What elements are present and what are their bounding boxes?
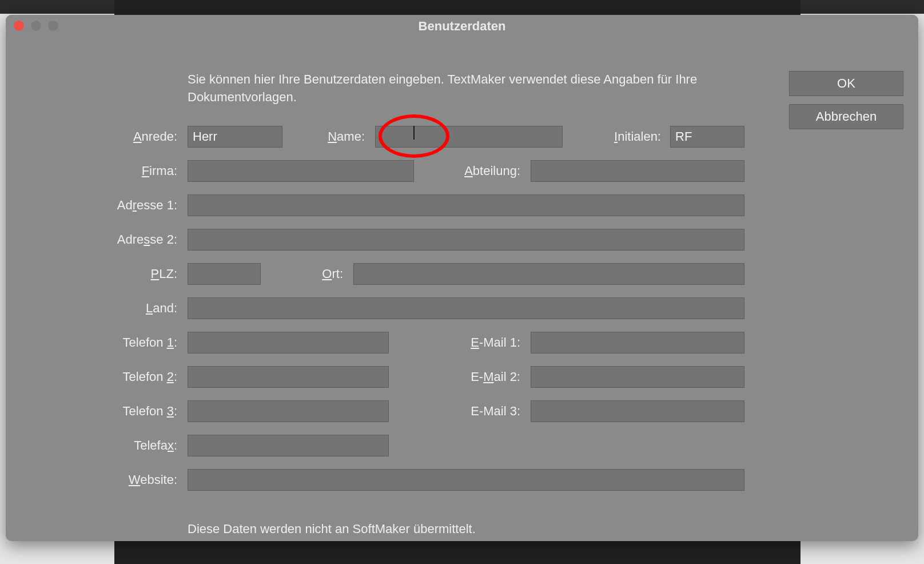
abteilung-field[interactable] — [531, 160, 744, 182]
anrede-field[interactable] — [188, 126, 282, 148]
label-tel3: Telefon 3: — [6, 404, 177, 419]
label-plz: PLZ: — [6, 267, 177, 281]
footer-note: Diese Daten werden nicht an SoftMaker üb… — [188, 522, 476, 537]
intro-text: Sie können hier Ihre Benutzerdaten einge… — [188, 71, 702, 106]
close-icon[interactable] — [14, 21, 24, 31]
email1-field[interactable] — [531, 332, 744, 354]
email2-field[interactable] — [531, 366, 744, 388]
label-email3: E-Mail 3: — [406, 404, 520, 419]
telefax-field[interactable] — [188, 435, 389, 456]
text-cursor-icon — [413, 126, 415, 140]
land-field[interactable] — [188, 297, 744, 319]
ok-button[interactable]: OK — [789, 71, 903, 96]
label-abteilung: Abteilung: — [423, 164, 520, 178]
label-land: Land: — [6, 301, 177, 316]
initialen-field[interactable] — [670, 126, 744, 148]
label-name: Name: — [292, 129, 365, 144]
dialog-title: Benutzerdaten — [6, 19, 918, 34]
adresse2-field[interactable] — [188, 229, 744, 251]
tel1-field[interactable] — [188, 332, 389, 354]
label-adresse1: Adresse 1: — [6, 198, 177, 213]
dialog-buttons: OK Abbrechen — [789, 71, 903, 129]
label-telefax: Telefax: — [6, 438, 177, 453]
label-email1: E-Mail 1: — [406, 335, 520, 350]
window-controls — [14, 21, 58, 31]
label-tel1: Telefon 1: — [6, 335, 177, 350]
label-ort: Ort: — [269, 267, 343, 281]
label-website: Website: — [6, 472, 177, 487]
plz-field[interactable] — [188, 263, 261, 285]
label-firma: Firma: — [6, 164, 177, 178]
titlebar: Benutzerdaten — [6, 15, 918, 38]
tel3-field[interactable] — [188, 400, 389, 422]
cancel-button[interactable]: Abbrechen — [789, 104, 903, 129]
minimize-icon[interactable] — [31, 21, 41, 31]
user-data-dialog: Benutzerdaten OK Abbrechen Sie können hi… — [6, 15, 918, 541]
email3-field[interactable] — [531, 400, 744, 422]
label-adresse2: Adresse 2: — [6, 232, 177, 247]
label-anrede: Anrede: — [6, 129, 177, 144]
firma-field[interactable] — [188, 160, 414, 182]
tel2-field[interactable] — [188, 366, 389, 388]
ort-field[interactable] — [353, 263, 744, 285]
website-field[interactable] — [188, 469, 744, 491]
adresse1-field[interactable] — [188, 194, 744, 216]
label-email2: E-Mail 2: — [406, 370, 520, 384]
maximize-icon[interactable] — [48, 21, 58, 31]
name-field[interactable] — [375, 126, 563, 148]
label-initialen: Initialen: — [572, 129, 661, 144]
label-tel2: Telefon 2: — [6, 370, 177, 384]
